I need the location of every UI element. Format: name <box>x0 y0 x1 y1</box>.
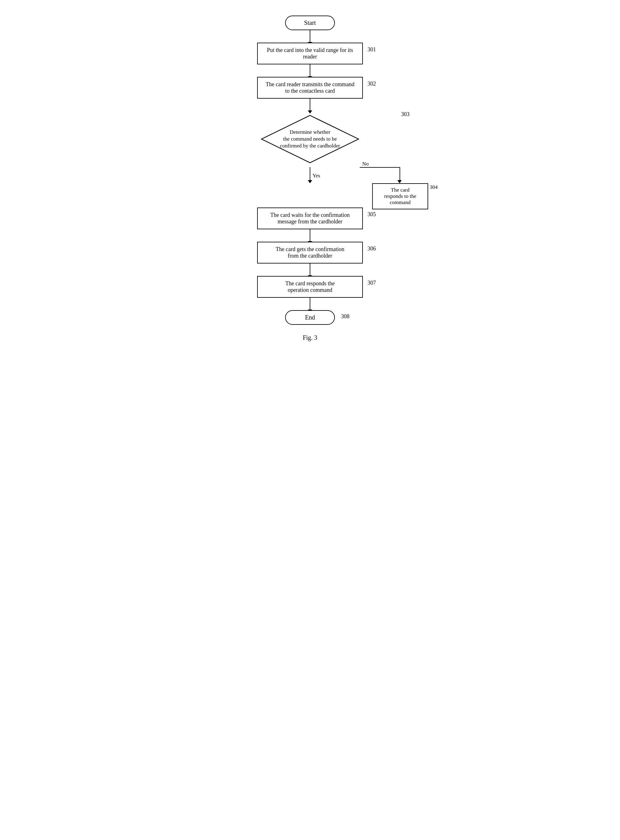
ref-end: 308 <box>341 313 349 320</box>
end-section: End 308 <box>208 310 412 325</box>
ref-307: 307 <box>367 280 376 286</box>
decision-303: Determine whether the command needs to b… <box>254 111 366 167</box>
arrow-301-to-302 <box>310 65 310 77</box>
ref-303: 303 <box>401 111 409 118</box>
ref-306: 306 <box>367 246 376 252</box>
ref-302: 302 <box>367 81 376 87</box>
yes-label: Yes <box>313 173 320 179</box>
decision-303-text: Determine whether the command needs to b… <box>276 129 344 149</box>
arrow-start-to-301 <box>310 30 310 43</box>
flowchart-diagram: Start Put the card into the valid range … <box>201 6 419 360</box>
arrow-306-to-307 <box>310 264 310 276</box>
node-307-section: The card responds the operation command … <box>208 276 412 310</box>
arrow-yes-tip <box>308 180 312 183</box>
node-301-section: Put the card into the valid range for it… <box>208 43 412 77</box>
process-306: The card gets the confirmation from the … <box>257 242 363 264</box>
node-306-section: The card gets the confirmation from the … <box>208 242 412 276</box>
ref-304: 304 <box>430 184 438 190</box>
node-303-section: Determine whether the command needs to b… <box>208 111 412 204</box>
node-305-section: The card waits for the confirmation mess… <box>208 208 412 242</box>
start-node: Start <box>285 15 335 30</box>
ref-301: 301 <box>367 46 376 53</box>
arrow-305-to-306 <box>310 229 310 242</box>
start-section: Start <box>208 15 412 43</box>
arrow-307-to-end <box>310 298 310 310</box>
process-304: The card responds to the command <box>372 183 428 210</box>
h-line-no <box>360 167 400 168</box>
process-302: The card reader transmits the command to… <box>257 77 363 99</box>
end-node: End <box>285 310 335 325</box>
no-label: No <box>362 161 369 167</box>
process-307: The card responds the operation command <box>257 276 363 298</box>
arrow-no-tip <box>397 180 402 183</box>
figure-caption: Fig. 3 <box>208 334 412 341</box>
arrow-302-to-303 <box>310 99 310 111</box>
node-302-section: The card reader transmits the command to… <box>208 77 412 111</box>
ref-305: 305 <box>367 211 376 218</box>
process-301: Put the card into the valid range for it… <box>257 43 363 65</box>
process-305: The card waits for the confirmation mess… <box>257 208 363 229</box>
